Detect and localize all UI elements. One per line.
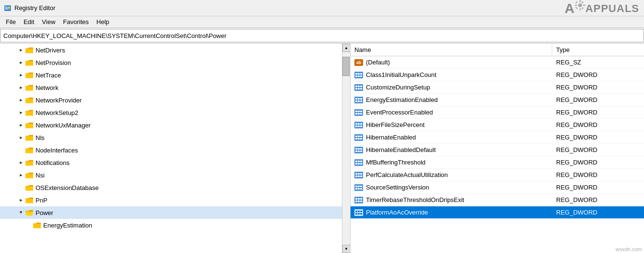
svg-rect-41	[360, 113, 362, 114]
svg-rect-51	[358, 136, 360, 137]
right-row-default[interactable]: ab (Default) REG_SZ	[351, 56, 644, 69]
right-row-customize[interactable]: CustomizeDuringSetup REG_DWORD	[351, 81, 644, 94]
svg-rect-1	[5, 7, 7, 7]
right-row-hibernfile[interactable]: HiberFileSizePercent REG_DWORD	[351, 119, 644, 131]
svg-rect-97	[360, 213, 362, 215]
tree-item-network[interactable]: ► Network	[0, 81, 350, 94]
tree-item-netdrivers[interactable]: ► NetDrivers	[0, 44, 350, 56]
right-cell-name-perfcalc: PerfCalculateActualUtilization	[351, 170, 552, 179]
right-row-perfcalc[interactable]: PerfCalculateActualUtilization REG_DWORD	[351, 169, 644, 181]
right-row-energy[interactable]: EnergyEstimationEnabled REG_DWORD	[351, 94, 644, 106]
svg-rect-42	[354, 122, 363, 128]
tree-item-nsi[interactable]: ► Nsi	[0, 169, 350, 181]
right-row-mfbuffering[interactable]: MfBufferingThreshold REG_DWORD	[351, 156, 644, 169]
folder-icon-netprovision	[25, 58, 34, 67]
svg-rect-29	[355, 98, 357, 100]
right-name-class1: Class1InitialUnparkCount	[366, 71, 437, 78]
right-cell-type-mfbuffering: REG_DWORD	[552, 158, 639, 167]
tree-item-pnp[interactable]: ► PnP	[0, 194, 350, 206]
menu-view[interactable]: View	[38, 17, 59, 26]
svg-rect-58	[358, 148, 360, 150]
tree-item-nettrace[interactable]: ► NetTrace	[0, 69, 350, 81]
right-name-energy: EnergyEstimationEnabled	[366, 96, 438, 103]
right-cell-type-perfcalc: REG_DWORD	[552, 170, 639, 179]
folder-icon-nls	[25, 133, 34, 142]
right-row-timerrebase[interactable]: TimerRebaseThresholdOnDripsExit REG_DWOR…	[351, 194, 644, 206]
svg-rect-53	[355, 138, 357, 139]
svg-rect-8	[575, 5, 577, 6]
svg-rect-95	[355, 213, 357, 215]
svg-rect-82	[358, 188, 360, 190]
svg-rect-56	[354, 147, 363, 153]
svg-rect-90	[360, 201, 362, 202]
menu-file[interactable]: File	[2, 17, 20, 26]
tree-scroll[interactable]: ► NetDrivers ► NetProvision ►	[0, 44, 350, 253]
svg-rect-78	[355, 186, 357, 187]
tree-item-nls[interactable]: ► Nls	[0, 131, 350, 144]
svg-rect-47	[358, 126, 360, 127]
svg-rect-20	[360, 76, 362, 77]
tree-item-osextdb[interactable]: ► OSExtensionDatabase	[0, 181, 350, 194]
right-row-hibernate[interactable]: HibernateEnabled REG_DWORD	[351, 131, 644, 144]
app-title: Registry Editor	[14, 4, 55, 12]
chevron-nettrace: ►	[17, 71, 25, 79]
folder-icon-osextdb	[25, 183, 34, 192]
folder-icon-notifications	[25, 158, 34, 167]
tree-item-notifications[interactable]: ► Notifications	[0, 156, 350, 169]
tree-label-networksetup2: NetworkSetup2	[36, 109, 78, 116]
right-cell-name-class1: Class1InitialUnparkCount	[351, 70, 552, 79]
chevron-power: ►	[17, 209, 25, 216]
right-cell-type-class1: REG_DWORD	[552, 70, 639, 79]
svg-rect-60	[355, 151, 357, 152]
right-name-hibernate: HibernateEnabled	[366, 134, 416, 141]
dword-icon-hibernate	[354, 134, 363, 141]
tree-label-energyestimation: EnergyEstimation	[43, 222, 92, 229]
scrollbar-thumb[interactable]	[342, 57, 350, 76]
right-row-platformaoac[interactable]: PlatformAoAcOverride REG_DWORD	[351, 206, 644, 219]
right-row-class1[interactable]: Class1InitialUnparkCount REG_DWORD	[351, 69, 644, 81]
right-cell-name-platformaoac: PlatformAoAcOverride	[351, 208, 552, 217]
svg-rect-18	[355, 76, 357, 77]
right-cell-name-timerrebase: TimerRebaseThresholdOnDripsExit	[351, 195, 552, 204]
tree-label-networkuxmanager: NetworkUxManager	[36, 122, 91, 129]
tree-item-energyestimation[interactable]: ► EnergyEstimation	[0, 219, 350, 231]
svg-rect-16	[358, 73, 360, 75]
svg-rect-54	[358, 138, 360, 139]
right-cell-name-default: ab (Default)	[351, 58, 552, 67]
tree-panel: ► NetDrivers ► NetProvision ►	[0, 44, 351, 253]
right-row-eventproc[interactable]: EventProcessorEnabled REG_DWORD	[351, 106, 644, 119]
right-row-sourcesettings[interactable]: SourceSettingsVersion REG_DWORD	[351, 181, 644, 194]
right-header: Name Type	[351, 44, 644, 56]
right-cell-type-eventproc: REG_DWORD	[552, 108, 639, 117]
tree-item-networkprovider[interactable]: ► NetworkProvider	[0, 94, 350, 106]
svg-rect-22	[355, 86, 357, 87]
svg-rect-46	[355, 126, 357, 127]
scrollbar-down-btn[interactable]: ▼	[342, 245, 351, 253]
right-cell-name-hibernfile: HiberFileSizePercent	[351, 120, 552, 129]
tree-scrollbar[interactable]: ▲ ▼	[342, 44, 350, 253]
right-row-hibernatedefault[interactable]: HibernateEnabledDefault REG_DWORD	[351, 144, 644, 156]
menu-favorites[interactable]: Favorites	[59, 17, 92, 26]
svg-rect-28	[354, 97, 363, 103]
right-panel: Name Type ab (Default) REG_SZ Class1Init…	[351, 44, 644, 253]
right-name-hibernatedefault: HibernateEnabledDefault	[366, 146, 436, 153]
dword-icon-customize	[354, 84, 363, 91]
tree-item-networkuxmanager[interactable]: ► NetworkUxManager	[0, 119, 350, 131]
svg-rect-19	[358, 76, 360, 77]
svg-rect-17	[360, 73, 362, 75]
right-name-default: (Default)	[366, 59, 390, 66]
svg-rect-36	[355, 111, 357, 112]
tree-item-networksetup2[interactable]: ► NetworkSetup2	[0, 106, 350, 119]
scrollbar-up-btn[interactable]: ▲	[342, 44, 351, 52]
tree-item-netprovision[interactable]: ► NetProvision	[0, 56, 350, 69]
menu-help[interactable]: Help	[93, 17, 113, 26]
chevron-networkprovider: ►	[17, 96, 25, 104]
tree-item-nodeinterfaces[interactable]: ► NodeInterfaces	[0, 144, 350, 156]
svg-rect-57	[355, 148, 357, 150]
menu-edit[interactable]: Edit	[20, 17, 38, 26]
right-cell-type-hibernfile: REG_DWORD	[552, 120, 639, 129]
svg-rect-73	[360, 173, 362, 175]
dword-icon-class1	[354, 72, 363, 78]
tree-item-power[interactable]: ► Power	[0, 206, 350, 219]
tree-label-pnp: PnP	[36, 197, 48, 204]
